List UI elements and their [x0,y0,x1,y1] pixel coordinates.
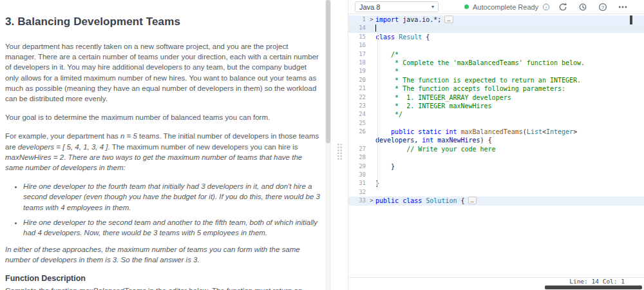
description-paragraph: Complete the function maxBalancedTeams i… [5,285,320,290]
autocomplete-status-dot [464,5,469,9]
token-keyword: int [422,137,433,144]
code-line[interactable]: 27 // Write your code here [348,145,644,153]
code-line[interactable]: 28 [348,153,644,162]
code-text: import java.io.*;… [375,15,453,24]
fold-gutter [368,119,375,128]
fold-gutter [368,24,375,32]
token-keyword: class [402,197,422,204]
token-function: maxBalancedTeams [461,128,523,135]
fold-gutter [368,128,375,136]
editor-horizontal-scrollbar-thumb[interactable] [545,285,642,289]
token-comment: * The function is expected to return an … [375,77,581,84]
token-plain: > [573,128,577,135]
fold-chevron-icon[interactable]: > [368,197,375,205]
fold-gutter [368,136,375,144]
more-options-icon[interactable] [618,3,627,12]
problem-description: Your department has recently taken on a … [5,41,320,290]
token-comment: * Complete the 'maxBalancedTeams' functi… [375,59,585,66]
token-comment: * [375,68,399,75]
code-line[interactable]: 14 [348,24,644,32]
code-line[interactable]: 1>import java.io.*;… [348,15,644,24]
token-comment: * 2. INTEGER maxNewHires [375,102,492,110]
folded-code-ellipsis[interactable]: … [468,197,477,204]
fold-gutter [368,84,375,93]
line-number: 1 [348,15,368,24]
code-line[interactable]: 20 * The function is expected to return … [348,76,644,84]
code-line[interactable]: 22 * 1. INTEGER_ARRAY developers [348,93,644,102]
reset-code-icon[interactable] [558,3,567,12]
code-line[interactable]: 21 * The function accepts following para… [348,84,644,93]
code-lines: 1>import java.io.*;…1415class Result {16… [348,15,644,206]
fold-gutter [368,110,375,119]
code-line[interactable]: 15class Result { [348,33,644,41]
code-editor[interactable]: 1>import java.io.*;…1415class Result {16… [348,14,644,277]
panel-resize-handle[interactable] [337,143,343,160]
text-segment: Your goal is to determine the maximum nu… [5,113,270,121]
code-line[interactable]: 25 [348,119,644,128]
text-segment: developers = [ 5, 4, 1, 3, 4 ] [18,143,108,151]
bullet-item: Hire one developer to the fourth team th… [23,181,320,213]
fold-chevron-icon[interactable]: > [368,15,375,24]
code-text: /* [375,50,399,59]
token-keyword: public [375,197,399,204]
fold-gutter [368,76,375,84]
text-segment: Your department has recently taken on a … [5,43,319,102]
code-line[interactable]: 16 [348,41,644,50]
token-plain: , [414,137,422,144]
line-number: 19 [348,67,368,75]
text-segment: Hire one developer to the second team an… [23,218,317,237]
code-text: public static int maxBalancedTeams(List<… [375,128,577,136]
code-line[interactable]: 26 public static int maxBalancedTeams(Li… [348,128,644,136]
token-comment: /* [375,51,399,58]
description-scrollbar[interactable] [325,0,331,290]
token-plain: { [457,197,464,204]
token-type: Result [399,34,422,41]
line-number: 32 [348,188,368,197]
svg-text:i: i [545,5,547,10]
code-text: * Complete the 'maxBalancedTeams' functi… [375,59,585,67]
code-text: * The function accepts following paramet… [375,84,565,93]
folded-code-ellipsis[interactable]: … [444,15,453,23]
language-select[interactable]: Java 8 ▾ [355,1,439,12]
info-icon[interactable]: i [542,3,550,11]
code-line[interactable]: 30 [348,171,644,179]
fold-gutter [368,33,375,41]
line-number: 33 [348,197,368,205]
line-number: 17 [348,50,368,59]
line-number [348,136,368,144]
text-cursor [375,24,376,32]
code-line[interactable]: 18 * Complete the 'maxBalancedTeams' fun… [348,59,644,67]
code-line[interactable]: 24 */ [348,110,644,119]
code-line[interactable]: 32 [348,188,644,197]
code-line[interactable]: 19 * [348,67,644,75]
panel-divider [331,0,348,290]
fold-gutter [368,93,375,102]
code-line[interactable]: developers, int maxNewHires) { [348,136,644,144]
description-paragraph: Your department has recently taken on a … [5,41,320,104]
app: 3. Balancing Development Teams Your depa… [0,0,644,290]
help-icon[interactable]: ? [598,3,607,12]
description-scrollbar-thumb[interactable] [326,0,330,143]
code-text: * 2. INTEGER maxNewHires [375,102,492,110]
code-line[interactable]: 31} [348,179,644,188]
editor-toolbar: Java 8 ▾ Autocomplete Ready i [348,0,644,14]
token-plain: java.io.*; [399,16,441,23]
code-line[interactable]: 17 /* [348,50,644,59]
code-line[interactable]: 33>public class Solution {… [348,197,644,205]
editor-horizontal-scrollbar[interactable] [348,285,644,290]
code-line[interactable]: 29 } [348,162,644,171]
cursor-position-status: Line: 14 Col: 1 [569,278,625,285]
code-line[interactable]: 23 * 2. INTEGER maxNewHires [348,102,644,110]
code-text: } [375,162,395,171]
svg-text:?: ? [601,4,605,10]
history-icon[interactable] [578,3,587,12]
editor-vertical-scrollbar-thumb[interactable] [630,15,632,24]
line-number: 21 [348,84,368,93]
text-segment: In either of these approaches, the maxim… [5,246,300,264]
problem-panel: 3. Balancing Development Teams Your depa… [0,0,325,290]
text-segment: Complete the function [5,287,79,290]
line-number: 20 [348,76,368,84]
line-number: 29 [348,162,368,171]
code-text: } [375,179,379,188]
fold-gutter [368,179,375,188]
